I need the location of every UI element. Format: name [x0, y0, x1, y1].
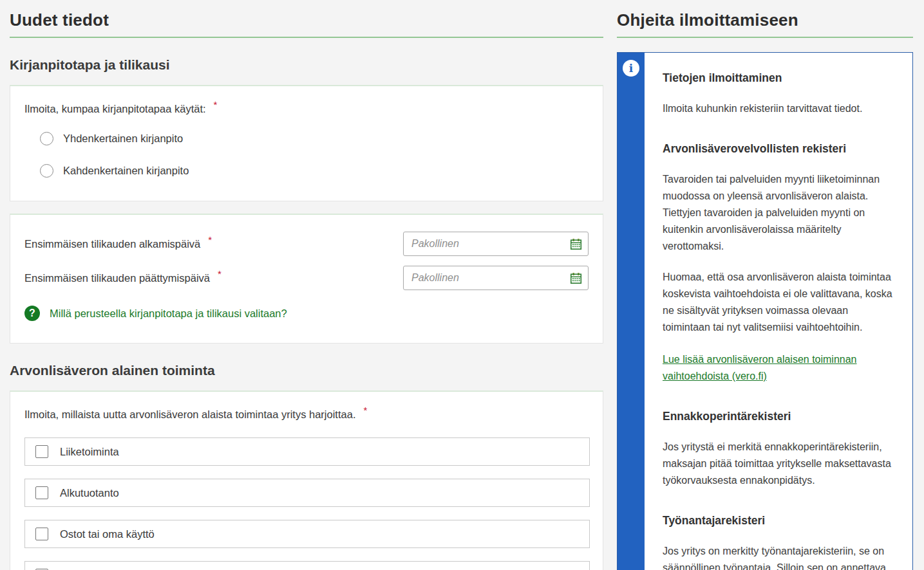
required-asterisk: * [214, 99, 218, 110]
section-heading-bookkeeping: Kirjanpitotapa ja tilikausi [10, 57, 603, 73]
period-start-input-wrap [403, 232, 589, 256]
period-start-label: Ensimmäisen tilikauden alkamispäivä* [24, 238, 212, 250]
bookkeeping-radio-group: Yhdenkertainen kirjanpito Kahdenkertaine… [24, 132, 589, 178]
sidebar-title: Ohjeita ilmoittamiseen [617, 0, 913, 30]
bookkeeping-help-link-text[interactable]: Millä perusteella kirjanpitotapa ja tili… [50, 308, 287, 320]
help-heading-vat-register: Arvonlisäverovelvollisten rekisteri [663, 140, 894, 157]
required-asterisk: * [218, 268, 222, 279]
help-panel-stripe: i [618, 53, 645, 570]
title-underline [10, 37, 603, 38]
calendar-icon [569, 237, 583, 251]
help-panel-content: Tietojen ilmoittaminen Ilmoita kuhunkin … [645, 53, 912, 570]
question-icon: ? [24, 306, 40, 321]
help-panel: i Tietojen ilmoittaminen Ilmoita kuhunki… [617, 52, 913, 570]
vat-info-link[interactable]: Lue lisää arvonlisäveron alaisen toiminn… [663, 351, 894, 385]
form-column: Uudet tiedot Kirjanpitotapa ja tilikausi… [10, 0, 603, 570]
period-start-label-text: Ensimmäisen tilikauden alkamispäivä [24, 238, 200, 250]
checkbox-option-ostot[interactable]: Ostot tai oma käyttö [24, 520, 590, 548]
section-heading-vat: Arvonlisäveron alainen toiminta [10, 363, 603, 378]
period-end-input-wrap [403, 266, 589, 290]
bookkeeping-help-link[interactable]: ? Millä perusteella kirjanpitotapa ja ti… [24, 306, 287, 321]
checkbox-option-label: Alkutuotanto [60, 487, 119, 499]
radio-option-label: Yhdenkertainen kirjanpito [63, 133, 183, 145]
period-start-row: Ensimmäisen tilikauden alkamispäivä* [24, 232, 589, 256]
checkbox-icon[interactable] [35, 445, 48, 458]
bookkeeping-method-card: Ilmoita, kumpaa kirjanpitotapaa käytät:*… [10, 85, 603, 201]
period-end-date-input[interactable] [403, 266, 589, 290]
required-asterisk: * [363, 405, 367, 416]
vat-question: Ilmoita, millaista uutta arvonlisäveron … [24, 409, 589, 421]
required-asterisk: * [208, 234, 212, 245]
help-paragraph: Jos yritystä ei merkitä ennakkoperintäre… [663, 439, 894, 489]
checkbox-option-liiketoiminta[interactable]: Liiketoiminta [24, 437, 590, 466]
checkbox-icon[interactable] [35, 528, 48, 540]
help-paragraph: Ilmoita kuhunkin rekisteriin tarvittavat… [663, 100, 894, 117]
help-heading-employer-register: Työnantajarekisteri [663, 512, 894, 529]
checkbox-icon[interactable] [35, 486, 48, 499]
radio-option-single-entry[interactable]: Yhdenkertainen kirjanpito [40, 132, 589, 145]
bookkeeping-question: Ilmoita, kumpaa kirjanpitotapaa käytät:* [24, 103, 589, 115]
radio-option-label: Kahdenkertainen kirjanpito [63, 165, 189, 177]
radio-button-icon[interactable] [40, 132, 53, 145]
vat-question-text: Ilmoita, millaista uutta arvonlisäveron … [24, 409, 355, 420]
calendar-icon [569, 271, 583, 285]
checkbox-option-eu-palvelumyynnit[interactable]: Ilmoituksenantovelvollinen EU-palvelumyy… [24, 561, 590, 570]
page-title: Uudet tiedot [10, 0, 603, 30]
period-start-date-input[interactable] [403, 232, 589, 256]
help-paragraph: Huomaa, että osa arvonlisäveron alaista … [663, 269, 894, 336]
bookkeeping-question-text: Ilmoita, kumpaa kirjanpitotapaa käytät: [24, 103, 206, 115]
checkbox-option-alkutuotanto[interactable]: Alkutuotanto [24, 479, 590, 507]
info-icon: i [623, 60, 639, 77]
checkbox-option-label: Liiketoiminta [60, 446, 119, 458]
period-end-row: Ensimmäisen tilikauden päättymispäivä* [24, 266, 589, 290]
calendar-button[interactable] [569, 237, 583, 251]
help-paragraph: Tavaroiden tai palveluiden myynti liiket… [663, 171, 894, 255]
period-end-label: Ensimmäisen tilikauden päättymispäivä* [24, 272, 222, 284]
help-heading-reporting: Tietojen ilmoittaminen [663, 69, 894, 86]
vat-activity-card: Ilmoita, millaista uutta arvonlisäveron … [10, 391, 603, 570]
period-end-label-text: Ensimmäisen tilikauden päättymispäivä [24, 272, 210, 284]
vat-checkbox-list: Liiketoiminta Alkutuotanto Ostot tai oma… [24, 437, 589, 570]
radio-button-icon[interactable] [40, 164, 53, 178]
radio-option-double-entry[interactable]: Kahdenkertainen kirjanpito [40, 164, 589, 178]
help-heading-withholding-register: Ennakkoperintärekisteri [663, 408, 894, 425]
financial-period-card: Ensimmäisen tilikauden alkamispäivä* [10, 214, 603, 344]
checkbox-option-label: Ostot tai oma käyttö [60, 528, 155, 540]
help-sidebar: Ohjeita ilmoittamiseen i Tietojen ilmoit… [617, 0, 913, 570]
calendar-button[interactable] [569, 271, 583, 285]
help-paragraph: Jos yritys on merkitty työnantajarekiste… [663, 543, 894, 570]
sidebar-title-underline [617, 37, 913, 38]
